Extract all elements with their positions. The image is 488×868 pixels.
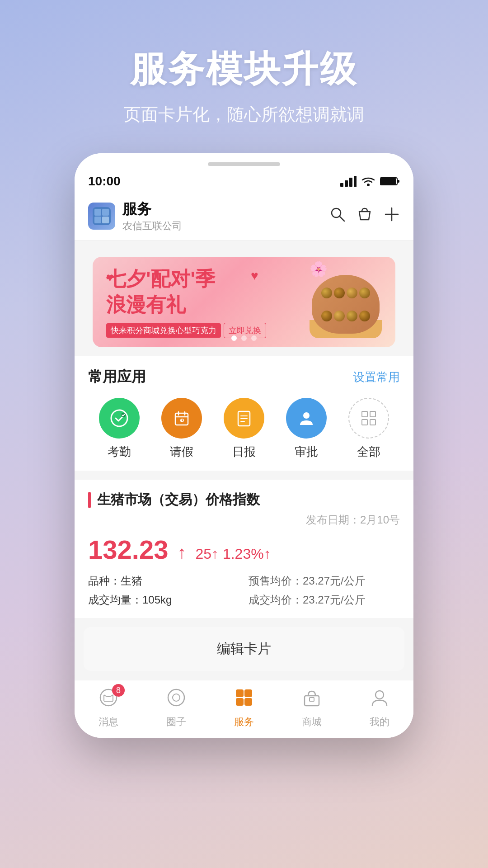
market-date: 发布日期：2月10号 bbox=[88, 513, 400, 527]
app-title-area: 服务 农信互联公司 bbox=[122, 199, 329, 233]
detail-variety: 品种：生猪 bbox=[88, 574, 239, 588]
main-subheading: 页面卡片化，随心所欲想调就调 bbox=[0, 103, 488, 126]
nav-item-shop[interactable]: 商城 bbox=[280, 688, 343, 729]
section-title: 常用应用 bbox=[88, 367, 146, 387]
svg-point-43 bbox=[375, 691, 384, 699]
all-label: 全部 bbox=[357, 444, 380, 460]
section-header: 常用应用 设置常用 bbox=[88, 367, 400, 387]
svg-rect-2 bbox=[349, 178, 352, 187]
app-subtitle: 农信互联公司 bbox=[122, 219, 329, 233]
kaoqin-label: 考勤 bbox=[108, 444, 131, 460]
nav-item-circle[interactable]: 圈子 bbox=[145, 688, 208, 729]
price-change: 25↑ 1.23%↑ bbox=[195, 546, 271, 562]
shenpi-icon-circle bbox=[286, 398, 327, 439]
svg-line-14 bbox=[340, 217, 344, 221]
phone-notch bbox=[75, 153, 413, 170]
app-icon-all[interactable]: 全部 bbox=[342, 398, 396, 460]
all-grid bbox=[361, 411, 376, 425]
edit-card-button[interactable]: 编辑卡片 bbox=[84, 627, 404, 671]
common-apps-section: 常用应用 设置常用 考勤 bbox=[75, 356, 413, 471]
app-header: 服务 农信互联公司 bbox=[75, 192, 413, 241]
svg-rect-42 bbox=[310, 698, 314, 701]
all-icon-circle bbox=[348, 398, 389, 439]
banner-area[interactable]: ♥ ♥ 🌸 七夕'配对'季 浪漫有礼 快来积分商城兑换心型巧克力 立即兑换 bbox=[75, 241, 413, 347]
nav-item-message[interactable]: 8 消息 bbox=[77, 688, 140, 729]
dot-2[interactable] bbox=[241, 335, 247, 341]
nav-label-service: 服务 bbox=[234, 715, 254, 729]
banner-title: 七夕'配对'季 浪漫有礼 bbox=[106, 266, 287, 317]
nav-label-circle: 圈子 bbox=[166, 715, 186, 729]
search-icon[interactable] bbox=[329, 206, 346, 226]
svg-point-17 bbox=[111, 410, 127, 426]
mine-icon bbox=[370, 688, 389, 712]
price-arrow-up: ↑ bbox=[177, 542, 186, 563]
price-main: 132.23 bbox=[88, 534, 168, 565]
section-action[interactable]: 设置常用 bbox=[353, 369, 400, 385]
signal-icon bbox=[340, 176, 357, 187]
kaoqin-icon-circle bbox=[99, 398, 140, 439]
svg-point-30 bbox=[303, 412, 310, 419]
app-icons-grid: 考勤 请假 bbox=[88, 398, 400, 460]
app-icon-shenpi[interactable]: 审批 bbox=[279, 398, 333, 460]
detail-volume: 成交均量：105kg bbox=[88, 593, 239, 607]
svg-rect-12 bbox=[102, 217, 109, 223]
circle-icon bbox=[166, 688, 186, 712]
phone-mockup: 10:00 bbox=[75, 153, 413, 738]
phone-content: ♥ ♥ 🌸 七夕'配对'季 浪漫有礼 快来积分商城兑换心型巧克力 立即兑换 bbox=[75, 241, 413, 738]
app-icon-ribao[interactable]: 日报 bbox=[217, 398, 271, 460]
bag-icon[interactable] bbox=[357, 206, 373, 226]
dot-3[interactable] bbox=[251, 335, 257, 341]
detail-presale: 预售均价：23.27元/公斤 bbox=[249, 574, 400, 588]
banner-dots bbox=[231, 335, 257, 341]
market-title: 生猪市场（交易）价格指数 bbox=[97, 491, 260, 509]
main-heading: 服务模块升级 bbox=[0, 45, 488, 94]
svg-rect-3 bbox=[354, 176, 357, 187]
detail-deal: 成交均价：23.27元/公斤 bbox=[249, 593, 400, 607]
app-title: 服务 bbox=[122, 199, 329, 219]
app-icon-kaoqin[interactable]: 考勤 bbox=[92, 398, 146, 460]
market-header: 生猪市场（交易）价格指数 bbox=[88, 491, 400, 509]
svg-rect-1 bbox=[345, 180, 348, 187]
app-header-icons bbox=[329, 206, 400, 226]
battery-icon bbox=[380, 176, 400, 187]
banner-image bbox=[300, 261, 391, 343]
dot-1[interactable] bbox=[231, 335, 237, 341]
svg-point-35 bbox=[168, 689, 184, 706]
nav-label-mine: 我的 bbox=[370, 715, 389, 729]
add-icon[interactable] bbox=[384, 206, 400, 226]
svg-rect-38 bbox=[244, 689, 252, 697]
nav-item-mine[interactable]: 我的 bbox=[348, 688, 411, 729]
svg-rect-39 bbox=[236, 698, 244, 706]
message-icon: 8 bbox=[99, 688, 118, 712]
nav-label-shop: 商城 bbox=[302, 715, 322, 729]
svg-point-4 bbox=[367, 184, 370, 186]
message-badge: 8 bbox=[112, 684, 125, 697]
market-indicator bbox=[88, 492, 91, 508]
market-details: 品种：生猪 预售均价：23.27元/公斤 成交均量：105kg 成交均价：23.… bbox=[88, 574, 400, 607]
notch-bar bbox=[208, 162, 280, 166]
svg-rect-37 bbox=[236, 689, 244, 697]
banner-text: 七夕'配对'季 浪漫有礼 快来积分商城兑换心型巧克力 立即兑换 bbox=[93, 257, 300, 347]
status-icons bbox=[340, 176, 400, 187]
svg-rect-0 bbox=[340, 183, 343, 187]
wifi-icon bbox=[361, 176, 375, 187]
svg-rect-10 bbox=[102, 209, 109, 216]
shop-icon bbox=[302, 688, 322, 712]
nav-item-service[interactable]: 服务 bbox=[212, 688, 276, 729]
app-logo bbox=[88, 203, 115, 230]
svg-rect-9 bbox=[94, 209, 101, 216]
status-time: 10:00 bbox=[88, 174, 121, 189]
banner-tag: 快来积分商城兑换心型巧克力 bbox=[106, 323, 221, 338]
market-price-row: 132.23 ↑ 25↑ 1.23%↑ bbox=[88, 534, 400, 565]
nav-label-message: 消息 bbox=[99, 715, 118, 729]
qingjia-icon-circle bbox=[161, 398, 202, 439]
svg-rect-40 bbox=[244, 698, 252, 706]
svg-rect-11 bbox=[94, 217, 101, 223]
ribao-icon-circle bbox=[224, 398, 264, 439]
banner[interactable]: ♥ ♥ 🌸 七夕'配对'季 浪漫有礼 快来积分商城兑换心型巧克力 立即兑换 bbox=[93, 257, 395, 347]
status-bar: 10:00 bbox=[75, 170, 413, 192]
svg-point-36 bbox=[173, 694, 180, 701]
svg-rect-7 bbox=[397, 180, 399, 183]
app-icon-qingjia[interactable]: 请假 bbox=[155, 398, 209, 460]
ribao-label: 日报 bbox=[232, 444, 256, 460]
